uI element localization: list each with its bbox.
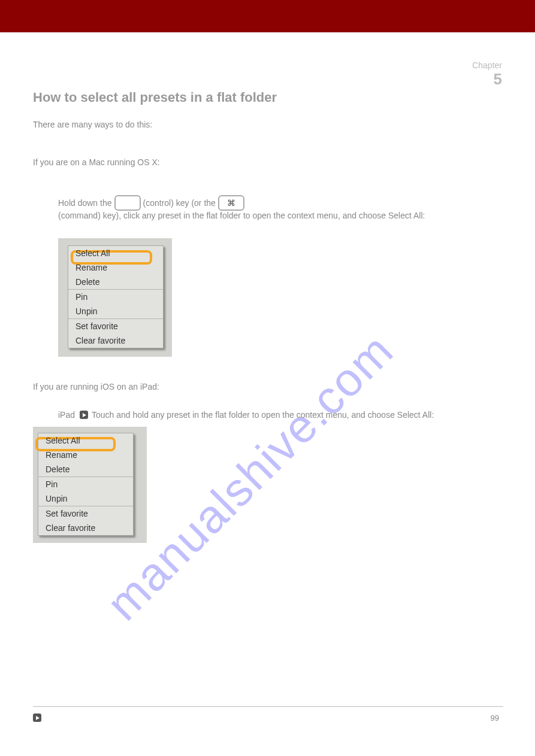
chapter-number: 5	[472, 70, 502, 89]
top-banner	[0, 0, 535, 32]
section-heading: How to select all presets in a flat fold…	[33, 90, 503, 105]
ipad-step-text: Touch and hold any preset in the flat fo…	[92, 410, 434, 420]
context-menu-figure-1: Select All Rename Delete Pin Unpin Set f…	[58, 238, 172, 357]
play-icon	[82, 413, 86, 417]
command-key-icon: ⌘	[218, 195, 244, 211]
menu-item-rename-2[interactable]: Rename	[38, 448, 133, 462]
footer-separator	[33, 706, 503, 707]
svg-marker-1	[36, 716, 40, 720]
mac-step-line: Hold down the (control) key (or the ⌘ (c…	[58, 195, 503, 220]
context-menu-2: Select All Rename Delete Pin Unpin Set f…	[38, 433, 134, 536]
menu-item-pin[interactable]: Pin	[68, 290, 163, 304]
main-content: How to select all presets in a flat fold…	[33, 90, 503, 543]
menu-item-set-favorite[interactable]: Set favorite	[68, 319, 163, 333]
mac-step-text-1: Hold down the	[58, 198, 112, 208]
intro-text: There are many ways to do this:	[33, 119, 503, 131]
mac-step-text-2: (control) key (or the	[143, 198, 216, 208]
menu-item-select-all-2[interactable]: Select All	[38, 433, 133, 448]
expand-toggle-icon[interactable]	[80, 411, 88, 419]
menu-item-unpin-2[interactable]: Unpin	[38, 491, 133, 506]
menu-item-set-favorite-2[interactable]: Set favorite	[38, 506, 133, 521]
footer-expand-icon[interactable]	[33, 714, 41, 722]
menu-item-clear-favorite[interactable]: Clear favorite	[68, 333, 163, 348]
svg-marker-0	[83, 413, 86, 417]
menu-item-pin-2[interactable]: Pin	[38, 477, 133, 491]
menu-item-delete[interactable]: Delete	[68, 275, 163, 289]
menu-item-delete-2[interactable]: Delete	[38, 462, 133, 476]
mac-step-text-3: (command) key), click any preset in the …	[58, 211, 425, 220]
ipad-toggle-label: iPad	[58, 410, 75, 420]
menu-item-select-all[interactable]: Select All	[68, 246, 163, 260]
context-menu-figure-2: Select All Rename Delete Pin Unpin Set f…	[33, 427, 147, 543]
menu-item-unpin[interactable]: Unpin	[68, 304, 163, 318]
ctrl-key-icon	[114, 195, 141, 211]
page-number: 99	[491, 714, 499, 722]
context-menu-1: Select All Rename Delete Pin Unpin Set f…	[68, 245, 164, 348]
ipad-intro: If you are running iOS on an iPad:	[33, 381, 503, 393]
menu-item-clear-favorite-2[interactable]: Clear favorite	[38, 521, 133, 535]
chapter-label: Chapter	[472, 60, 502, 70]
menu-item-rename[interactable]: Rename	[68, 260, 163, 275]
chapter-label-block: Chapter 5	[472, 60, 502, 89]
play-icon	[35, 716, 40, 720]
mac-intro: If you are on a Mac running OS X:	[33, 156, 503, 169]
